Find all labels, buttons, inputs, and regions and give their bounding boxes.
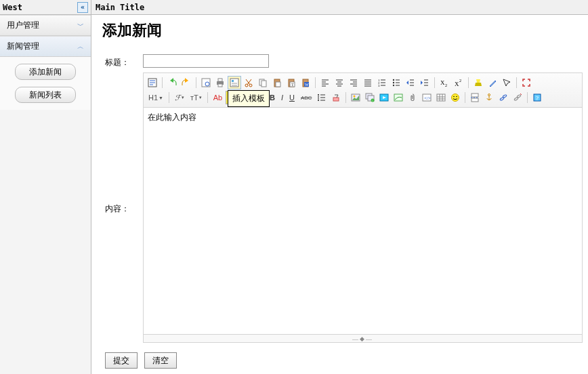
align-right-icon[interactable]	[347, 76, 360, 89]
accordion-head-users[interactable]: 用户管理 ﹀	[0, 15, 91, 36]
west-title: West	[3, 3, 22, 12]
tooltip: 插入模板	[228, 90, 270, 107]
image-icon[interactable]	[349, 91, 362, 104]
accordion-head-news[interactable]: 新闻管理 ︿	[0, 36, 91, 57]
svg-rect-30	[333, 98, 339, 101]
paste-icon[interactable]	[270, 76, 284, 89]
redo-icon[interactable]	[180, 76, 193, 89]
button-row: 提交 清空	[105, 352, 583, 369]
paste-word-icon[interactable]: W	[299, 76, 312, 89]
svg-text:3: 3	[378, 84, 380, 87]
align-left-icon[interactable]	[318, 76, 332, 89]
font-color-dropdown[interactable]: Ab	[211, 91, 225, 104]
clean-icon[interactable]	[471, 76, 485, 89]
accordion-label: 用户管理	[7, 20, 39, 31]
align-justify-icon[interactable]	[361, 76, 375, 89]
table-icon[interactable]	[434, 91, 448, 104]
code-icon[interactable]: </>	[420, 91, 434, 104]
fullscreen-icon[interactable]	[520, 76, 533, 89]
font-family-dropdown[interactable]: ℱ▾	[172, 91, 187, 104]
svg-point-51	[517, 94, 522, 98]
print-icon[interactable]	[213, 76, 227, 89]
emotion-icon[interactable]	[448, 91, 462, 104]
font-size-dropdown[interactable]: тT▾	[188, 91, 205, 104]
anchor-icon[interactable]	[482, 91, 496, 104]
main-panel: Main Title 添加新闻 标题： 内容：	[91, 0, 588, 374]
news-form: 标题： 内容：	[105, 54, 583, 369]
underline-button[interactable]: U	[287, 91, 297, 104]
attachment-icon[interactable]	[406, 91, 419, 104]
multi-image-icon[interactable]: +	[363, 91, 377, 104]
accordion-label: 新闻管理	[7, 41, 39, 52]
undo-icon[interactable]	[165, 76, 179, 89]
unordered-list-icon[interactable]	[390, 76, 403, 89]
content-row: 内容：	[105, 72, 583, 343]
svg-rect-4	[218, 79, 222, 81]
svg-text:2: 2	[459, 79, 461, 83]
svg-rect-13	[276, 82, 280, 87]
preview-icon[interactable]	[199, 76, 213, 89]
svg-point-49	[503, 94, 507, 98]
svg-point-44	[457, 96, 458, 98]
title-input[interactable]	[143, 54, 269, 68]
svg-rect-7	[232, 80, 234, 82]
svg-point-42	[452, 94, 459, 102]
page: 添加新闻 标题： 内容：	[91, 15, 588, 374]
page-title: 添加新闻	[102, 20, 583, 41]
svg-text:W: W	[305, 83, 309, 87]
title-row: 标题：	[105, 54, 583, 68]
west-header: West «	[0, 0, 91, 15]
add-news-button[interactable]: 添加新闻	[15, 64, 76, 80]
copy-icon[interactable]	[256, 76, 270, 89]
align-center-icon[interactable]	[333, 76, 346, 89]
title-label: 标题：	[105, 54, 143, 68]
pagebreak-icon[interactable]	[468, 91, 482, 104]
select-all-icon[interactable]	[500, 76, 513, 89]
superscript-icon[interactable]: X2	[452, 76, 465, 89]
map-icon[interactable]	[392, 91, 405, 104]
video-icon[interactable]	[377, 91, 391, 104]
collapse-west-button[interactable]: «	[77, 2, 88, 13]
remove-format-icon[interactable]	[329, 91, 343, 104]
about-icon[interactable]: ?	[530, 91, 544, 104]
template-icon[interactable]: 插入模板	[228, 76, 241, 89]
svg-point-24	[393, 82, 394, 83]
svg-text:+: +	[372, 99, 374, 102]
link-icon[interactable]	[497, 91, 510, 104]
ordered-list-icon[interactable]: 123	[375, 76, 389, 89]
svg-point-9	[249, 84, 252, 87]
chevron-down-icon: ﹀	[77, 21, 84, 30]
svg-point-25	[393, 85, 394, 86]
outdent-icon[interactable]	[404, 76, 417, 89]
svg-point-32	[354, 96, 356, 98]
cut-icon[interactable]	[242, 76, 255, 89]
svg-text:X: X	[440, 79, 445, 86]
svg-rect-41	[437, 94, 445, 101]
editor-content[interactable]: 在此输入内容	[143, 107, 583, 335]
source-icon[interactable]	[146, 76, 159, 89]
resize-handle[interactable]: —◆—	[143, 335, 583, 343]
chevron-up-icon: ︿	[77, 42, 84, 51]
svg-text:T: T	[291, 83, 294, 87]
clear-button[interactable]: 清空	[144, 352, 177, 369]
unlink-icon[interactable]	[511, 91, 524, 104]
svg-point-43	[454, 96, 455, 98]
svg-text:2: 2	[445, 83, 447, 87]
italic-button[interactable]: I	[278, 91, 286, 104]
svg-point-8	[245, 84, 248, 87]
rich-editor: 插入模板 T W	[143, 72, 583, 343]
quickformat-icon[interactable]	[486, 76, 499, 89]
news-list-button[interactable]: 新闻列表	[15, 87, 76, 103]
svg-rect-45	[471, 94, 478, 97]
line-height-icon[interactable]	[315, 91, 329, 104]
main-title: Main Title	[96, 3, 144, 12]
accordion: 用户管理 ﹀ 新闻管理 ︿ 添加新闻 新闻列表	[0, 15, 91, 374]
svg-rect-11	[261, 81, 266, 87]
subscript-icon[interactable]: X2	[438, 76, 451, 89]
submit-button[interactable]: 提交	[105, 352, 138, 369]
editor-toolbar: 插入模板 T W	[143, 72, 583, 107]
heading-dropdown[interactable]: H1▼	[146, 91, 166, 104]
strike-button[interactable]: ABC	[298, 91, 314, 104]
paste-text-icon[interactable]: T	[285, 76, 298, 89]
indent-icon[interactable]	[418, 76, 432, 89]
